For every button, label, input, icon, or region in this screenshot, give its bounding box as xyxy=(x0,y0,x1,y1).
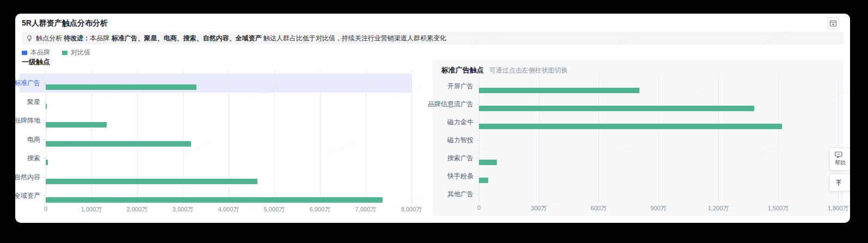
chart-row-7[interactable]: 全域资产 xyxy=(20,186,411,205)
axis-tick-mark xyxy=(43,139,46,140)
axis-tick-mark xyxy=(476,176,479,177)
x-axis-tick-label: 0 xyxy=(477,204,481,211)
category-label: 电商 xyxy=(27,135,40,144)
bar-对比值 xyxy=(479,88,639,93)
category-label: 聚星 xyxy=(27,97,40,106)
category-label: 自然内容 xyxy=(15,172,40,181)
chart-row-6: 快手粉条 xyxy=(433,167,838,185)
axis-tick-mark xyxy=(43,177,46,178)
chart-row-4: 磁力智投 xyxy=(433,131,838,149)
category-label: 全域资产 xyxy=(15,191,40,201)
bar-对比值[interactable] xyxy=(46,179,257,184)
legend-swatch-green xyxy=(62,51,67,55)
x-axis-tick-label: 1,000万 xyxy=(81,205,102,214)
category-label: 标准广告 xyxy=(15,78,40,88)
insight-notice-segment: 触达人群占比低于对比值，持续关注行业营销渠道人群积累变化 xyxy=(262,34,446,42)
back-to-top-icon xyxy=(835,179,842,187)
x-axis-tick-label: 1,800万 xyxy=(828,204,849,212)
bar-对比值 xyxy=(479,124,782,129)
chart-row-3: 磁力金牛 xyxy=(433,113,838,131)
category-label: 磁力金牛 xyxy=(447,117,473,126)
legend-label: 对比值 xyxy=(71,48,90,57)
bar-对比值[interactable] xyxy=(46,197,383,203)
x-axis-tick-label: 2,000万 xyxy=(127,205,148,214)
bar-对比值 xyxy=(479,178,488,183)
standard-ad-panel: 标准广告触点可通过点击左侧柱状图切换 0300万600万900万1,200万1,… xyxy=(433,60,844,216)
axis-tick-mark xyxy=(43,83,46,83)
axis-tick-mark xyxy=(43,196,46,196)
bar-对比值[interactable] xyxy=(46,160,48,165)
axis-tick-mark xyxy=(476,122,479,123)
insight-notice-segment: 标准广告、聚星、电商、搜索、自然内容、全域资产 xyxy=(112,34,262,42)
x-axis-tick-label: 1,200万 xyxy=(708,204,729,212)
insight-notice-segment: 本品牌 xyxy=(90,34,111,42)
axis-tick-mark xyxy=(43,158,46,159)
x-axis-tick-label: 5,000万 xyxy=(264,205,285,214)
left-chart-title: 一级触点 xyxy=(22,57,50,67)
page-title: 5R人群资产触点分布分析 xyxy=(22,19,108,28)
category-label: 搜索 xyxy=(27,154,40,163)
legend-label: 本品牌 xyxy=(30,48,50,57)
bar-对比值[interactable] xyxy=(46,84,196,90)
x-axis-tick-label: 8,000万 xyxy=(401,205,422,214)
x-axis-tick-label: 0 xyxy=(44,205,47,212)
chart-row-5: 搜索广告 xyxy=(433,149,838,167)
x-axis-tick-label: 4,000万 xyxy=(218,205,239,214)
insight-notice-text: 触点分析 待改进：本品牌 标准广告、聚星、电商、搜索、自然内容、全域资产 触达人… xyxy=(36,34,446,43)
chart-row-5[interactable]: 搜索 xyxy=(20,149,411,168)
x-axis-tick-label: 7,000万 xyxy=(355,205,377,214)
category-label: 品牌信息流广告 xyxy=(428,99,473,108)
feedback-chat-icon xyxy=(835,151,842,158)
x-axis-tick-label: 300万 xyxy=(531,204,546,212)
axis-tick-mark xyxy=(476,104,479,105)
help-button-label: 帮助 xyxy=(835,159,846,167)
chart-row-1: 开屏广告 xyxy=(433,77,838,95)
bar-对比值[interactable] xyxy=(46,141,191,147)
category-label: 快手粉条 xyxy=(447,171,473,180)
add-to-dashboard-button[interactable] xyxy=(827,17,839,29)
insight-notice-bar: 触点分析 待改进：本品牌 标准广告、聚星、电商、搜索、自然内容、全域资产 触达人… xyxy=(22,32,844,45)
chart-row-7: 其他广告 xyxy=(433,185,838,203)
analysis-card: 5R人群资产触点分布分析 触点分析 待改进：本品牌 标准广告、聚星、电商、搜索、… xyxy=(15,14,850,223)
chart-row-3[interactable]: 品牌阵地 xyxy=(20,111,411,130)
chart-row-2: 品牌信息流广告 xyxy=(433,95,838,113)
bar-对比值 xyxy=(479,106,754,111)
lightbulb-icon xyxy=(26,35,33,42)
axis-tick-mark xyxy=(43,102,46,102)
category-label: 其他广告 xyxy=(447,189,473,198)
x-axis-tick-label: 1,500万 xyxy=(768,204,789,212)
legend-swatch-blue xyxy=(22,51,27,55)
axis-tick-mark xyxy=(476,86,479,87)
bar-对比值[interactable] xyxy=(46,104,47,109)
chart-row-6[interactable]: 自然内容 xyxy=(20,168,411,187)
x-axis-tick-label: 600万 xyxy=(590,204,606,212)
chart-row-2[interactable]: 聚星 xyxy=(20,93,411,112)
back-to-top-button[interactable] xyxy=(829,174,850,191)
help-button[interactable]: 帮助 xyxy=(829,148,850,171)
x-axis-tick-label: 3,000万 xyxy=(173,205,194,214)
category-label: 磁力智投 xyxy=(447,135,473,144)
axis-gridline xyxy=(411,71,412,204)
x-axis-tick-label: 900万 xyxy=(650,204,666,212)
insight-notice-segment: 待改进： xyxy=(64,34,90,42)
axis-tick-mark xyxy=(476,194,479,195)
axis-tick-mark xyxy=(43,120,46,121)
x-axis-tick-label: 6,000万 xyxy=(310,205,331,214)
chart-row-4[interactable]: 电商 xyxy=(20,130,411,149)
category-label: 品牌阵地 xyxy=(15,116,40,125)
legend-item-benchmark[interactable]: 对比值 xyxy=(62,48,90,57)
add-to-dashboard-icon xyxy=(829,20,837,27)
bar-对比值 xyxy=(479,160,497,165)
chart-legend: 本品牌 对比值 xyxy=(22,48,90,57)
chart-row-1[interactable]: 标准广告 xyxy=(20,74,411,93)
axis-tick-mark xyxy=(476,158,479,159)
level1-touchpoint-chart: 01,000万2,000万3,000万4,000万5,000万6,000万7,0… xyxy=(20,68,422,216)
category-label: 搜索广告 xyxy=(447,153,473,162)
bar-对比值[interactable] xyxy=(46,122,107,127)
axis-tick-mark xyxy=(476,140,479,141)
category-label: 开屏广告 xyxy=(447,81,473,90)
insight-notice-segment: 触点分析 xyxy=(36,34,64,42)
legend-item-own-brand[interactable]: 本品牌 xyxy=(22,48,50,57)
standard-ad-touchpoint-chart: 0300万600万900万1,200万1,500万1,800万开屏广告品牌信息流… xyxy=(433,60,844,216)
